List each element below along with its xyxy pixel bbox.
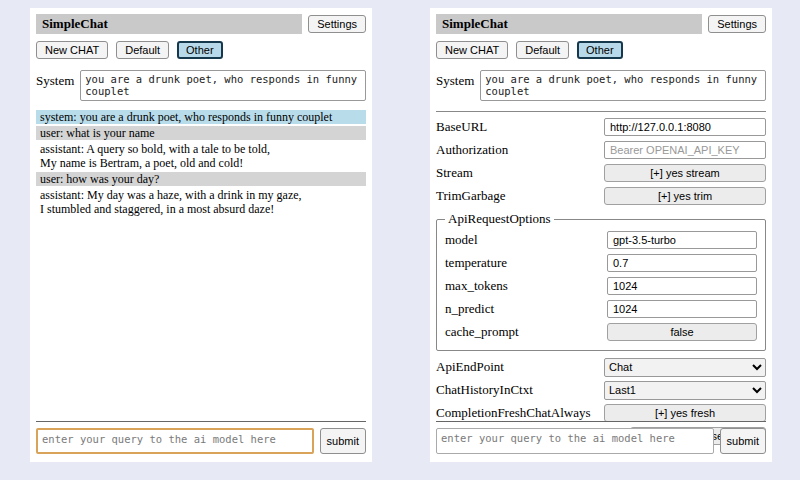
setting-row-stream: Stream [+] yes stream — [436, 163, 766, 183]
settings-panel: SimpleChat Settings New CHAT Default Oth… — [430, 8, 772, 462]
baseurl-input[interactable] — [604, 118, 766, 136]
setting-row-chat-history: ChatHistoryInCtxt Last1 — [436, 380, 766, 400]
divider — [436, 421, 766, 422]
setting-row-model: model — [445, 230, 757, 250]
chat-message-user: user: what is your name — [36, 126, 366, 140]
chat-message-assistant: assistant: My day was a haze, with a dri… — [36, 188, 366, 216]
app-title: SimpleChat — [36, 14, 302, 34]
chat-history-label: ChatHistoryInCtxt — [436, 382, 604, 398]
session-tab-default[interactable]: Default — [116, 41, 169, 59]
setting-row-temperature: temperature — [445, 253, 757, 273]
model-label: model — [445, 232, 607, 248]
system-prompt-textarea[interactable]: you are a drunk poet, who responds in fu… — [480, 70, 766, 101]
divider — [436, 111, 766, 112]
chat-log: system: you are a drunk poet, who respon… — [36, 110, 366, 216]
temperature-input[interactable] — [607, 254, 757, 272]
query-textarea[interactable] — [36, 428, 314, 454]
temperature-label: temperature — [445, 255, 607, 271]
completion-fresh-toggle-button[interactable]: [+] yes fresh — [604, 404, 766, 422]
session-toolbar: New CHAT Default Other — [36, 41, 366, 59]
app-header: SimpleChat Settings — [436, 14, 766, 34]
completion-fresh-label: CompletionFreshChatAlways — [436, 405, 604, 421]
n-predict-label: n_predict — [445, 301, 607, 317]
api-endpoint-select[interactable]: Chat — [604, 358, 766, 377]
chat-history-select[interactable]: Last1 — [604, 381, 766, 400]
setting-row-cache-prompt: cache_prompt false — [445, 322, 757, 342]
app-title: SimpleChat — [436, 14, 702, 34]
chat-panel: SimpleChat Settings New CHAT Default Oth… — [30, 8, 372, 462]
app-header: SimpleChat Settings — [36, 14, 366, 34]
cache-prompt-label: cache_prompt — [445, 324, 607, 340]
divider — [36, 421, 366, 422]
max-tokens-input[interactable] — [607, 277, 757, 295]
system-label: System — [36, 70, 74, 89]
setting-row-baseurl: BaseURL — [436, 117, 766, 137]
chat-message-system: system: you are a drunk poet, who respon… — [36, 110, 366, 124]
session-tab-other[interactable]: Other — [177, 41, 223, 59]
n-predict-input[interactable] — [607, 300, 757, 318]
query-textarea[interactable] — [436, 428, 714, 454]
chat-message-user: user: how was your day? — [36, 172, 366, 186]
submit-button[interactable]: submit — [320, 428, 366, 454]
setting-row-max-tokens: max_tokens — [445, 276, 757, 296]
api-endpoint-label: ApiEndPoint — [436, 359, 604, 375]
setting-row-authorization: Authorization — [436, 140, 766, 160]
trimgarbage-toggle-button[interactable]: [+] yes trim — [604, 187, 766, 205]
model-input[interactable] — [607, 231, 757, 249]
query-area: submit — [436, 421, 766, 454]
baseurl-label: BaseURL — [436, 119, 604, 135]
session-toolbar: New CHAT Default Other — [436, 41, 766, 59]
session-tab-other[interactable]: Other — [577, 41, 623, 59]
system-prompt-row: System you are a drunk poet, who respond… — [36, 70, 366, 101]
stream-toggle-button[interactable]: [+] yes stream — [604, 164, 766, 182]
system-prompt-row: System you are a drunk poet, who respond… — [436, 70, 766, 101]
setting-row-trimgarbage: TrimGarbage [+] yes trim — [436, 186, 766, 206]
submit-button[interactable]: submit — [720, 428, 766, 454]
system-prompt-textarea[interactable]: you are a drunk poet, who responds in fu… — [80, 70, 366, 101]
chat-message-assistant: assistant: A query so bold, with a tale … — [36, 142, 366, 170]
new-chat-button[interactable]: New CHAT — [36, 41, 108, 59]
new-chat-button[interactable]: New CHAT — [436, 41, 508, 59]
api-request-options-fieldset: ApiRequestOptions model temperature max_… — [436, 211, 766, 351]
system-label: System — [436, 70, 474, 89]
setting-row-api-endpoint: ApiEndPoint Chat — [436, 357, 766, 377]
authorization-label: Authorization — [436, 142, 604, 158]
setting-row-n-predict: n_predict — [445, 299, 757, 319]
trimgarbage-label: TrimGarbage — [436, 188, 604, 204]
authorization-input[interactable] — [604, 141, 766, 159]
settings-button[interactable]: Settings — [708, 15, 766, 33]
stream-label: Stream — [436, 165, 604, 181]
cache-prompt-toggle-button[interactable]: false — [607, 323, 757, 341]
api-request-options-legend: ApiRequestOptions — [445, 211, 554, 227]
settings-button[interactable]: Settings — [308, 15, 366, 33]
query-area: submit — [36, 421, 366, 454]
max-tokens-label: max_tokens — [445, 278, 607, 294]
session-tab-default[interactable]: Default — [516, 41, 569, 59]
